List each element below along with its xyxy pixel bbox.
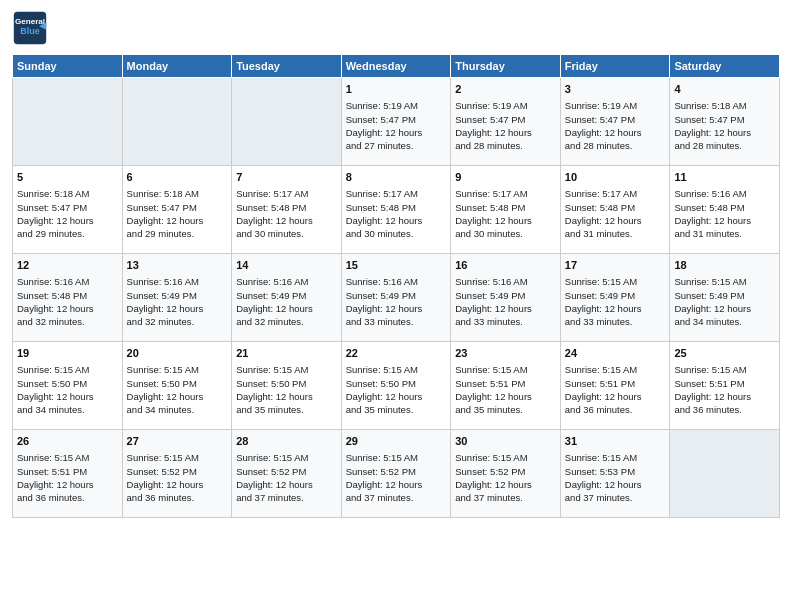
day-number: 12 <box>17 258 118 273</box>
calendar-cell: 19Sunrise: 5:15 AM Sunset: 5:50 PM Dayli… <box>13 342 123 430</box>
calendar-cell: 10Sunrise: 5:17 AM Sunset: 5:48 PM Dayli… <box>560 166 670 254</box>
day-info: Sunrise: 5:16 AM Sunset: 5:49 PM Dayligh… <box>236 275 337 328</box>
day-number: 8 <box>346 170 447 185</box>
cell-content: 22Sunrise: 5:15 AM Sunset: 5:50 PM Dayli… <box>346 346 447 417</box>
cell-content: 9Sunrise: 5:17 AM Sunset: 5:48 PM Daylig… <box>455 170 556 241</box>
calendar-cell: 20Sunrise: 5:15 AM Sunset: 5:50 PM Dayli… <box>122 342 232 430</box>
day-number: 29 <box>346 434 447 449</box>
weekday-header-tuesday: Tuesday <box>232 55 342 78</box>
calendar-cell: 27Sunrise: 5:15 AM Sunset: 5:52 PM Dayli… <box>122 430 232 518</box>
cell-content: 13Sunrise: 5:16 AM Sunset: 5:49 PM Dayli… <box>127 258 228 329</box>
day-info: Sunrise: 5:17 AM Sunset: 5:48 PM Dayligh… <box>455 187 556 240</box>
day-info: Sunrise: 5:15 AM Sunset: 5:51 PM Dayligh… <box>17 451 118 504</box>
calendar-cell: 17Sunrise: 5:15 AM Sunset: 5:49 PM Dayli… <box>560 254 670 342</box>
page-container: General Blue SundayMondayTuesdayWednesda… <box>0 0 792 528</box>
calendar-cell: 22Sunrise: 5:15 AM Sunset: 5:50 PM Dayli… <box>341 342 451 430</box>
logo: General Blue <box>12 10 52 46</box>
day-number: 25 <box>674 346 775 361</box>
calendar-cell: 9Sunrise: 5:17 AM Sunset: 5:48 PM Daylig… <box>451 166 561 254</box>
day-info: Sunrise: 5:15 AM Sunset: 5:52 PM Dayligh… <box>455 451 556 504</box>
cell-content: 15Sunrise: 5:16 AM Sunset: 5:49 PM Dayli… <box>346 258 447 329</box>
day-info: Sunrise: 5:16 AM Sunset: 5:49 PM Dayligh… <box>455 275 556 328</box>
day-info: Sunrise: 5:16 AM Sunset: 5:49 PM Dayligh… <box>127 275 228 328</box>
day-info: Sunrise: 5:15 AM Sunset: 5:52 PM Dayligh… <box>346 451 447 504</box>
day-info: Sunrise: 5:16 AM Sunset: 5:48 PM Dayligh… <box>17 275 118 328</box>
day-number: 14 <box>236 258 337 273</box>
svg-text:Blue: Blue <box>20 26 40 36</box>
calendar-cell: 2Sunrise: 5:19 AM Sunset: 5:47 PM Daylig… <box>451 78 561 166</box>
calendar-cell: 12Sunrise: 5:16 AM Sunset: 5:48 PM Dayli… <box>13 254 123 342</box>
day-number: 10 <box>565 170 666 185</box>
weekday-header-row: SundayMondayTuesdayWednesdayThursdayFrid… <box>13 55 780 78</box>
weekday-header-wednesday: Wednesday <box>341 55 451 78</box>
day-info: Sunrise: 5:16 AM Sunset: 5:49 PM Dayligh… <box>346 275 447 328</box>
calendar-cell: 4Sunrise: 5:18 AM Sunset: 5:47 PM Daylig… <box>670 78 780 166</box>
day-info: Sunrise: 5:15 AM Sunset: 5:51 PM Dayligh… <box>674 363 775 416</box>
calendar-table: SundayMondayTuesdayWednesdayThursdayFrid… <box>12 54 780 518</box>
day-number: 23 <box>455 346 556 361</box>
cell-content: 24Sunrise: 5:15 AM Sunset: 5:51 PM Dayli… <box>565 346 666 417</box>
weekday-header-friday: Friday <box>560 55 670 78</box>
cell-content: 28Sunrise: 5:15 AM Sunset: 5:52 PM Dayli… <box>236 434 337 505</box>
cell-content: 17Sunrise: 5:15 AM Sunset: 5:49 PM Dayli… <box>565 258 666 329</box>
calendar-cell <box>670 430 780 518</box>
calendar-cell: 24Sunrise: 5:15 AM Sunset: 5:51 PM Dayli… <box>560 342 670 430</box>
cell-content: 10Sunrise: 5:17 AM Sunset: 5:48 PM Dayli… <box>565 170 666 241</box>
calendar-cell: 25Sunrise: 5:15 AM Sunset: 5:51 PM Dayli… <box>670 342 780 430</box>
calendar-cell: 18Sunrise: 5:15 AM Sunset: 5:49 PM Dayli… <box>670 254 780 342</box>
day-number: 30 <box>455 434 556 449</box>
cell-content: 30Sunrise: 5:15 AM Sunset: 5:52 PM Dayli… <box>455 434 556 505</box>
day-number: 20 <box>127 346 228 361</box>
cell-content: 4Sunrise: 5:18 AM Sunset: 5:47 PM Daylig… <box>674 82 775 153</box>
day-info: Sunrise: 5:17 AM Sunset: 5:48 PM Dayligh… <box>346 187 447 240</box>
day-info: Sunrise: 5:17 AM Sunset: 5:48 PM Dayligh… <box>565 187 666 240</box>
weekday-header-sunday: Sunday <box>13 55 123 78</box>
day-number: 6 <box>127 170 228 185</box>
cell-content: 19Sunrise: 5:15 AM Sunset: 5:50 PM Dayli… <box>17 346 118 417</box>
cell-content: 29Sunrise: 5:15 AM Sunset: 5:52 PM Dayli… <box>346 434 447 505</box>
cell-content: 26Sunrise: 5:15 AM Sunset: 5:51 PM Dayli… <box>17 434 118 505</box>
header: General Blue <box>12 10 780 46</box>
calendar-cell: 15Sunrise: 5:16 AM Sunset: 5:49 PM Dayli… <box>341 254 451 342</box>
day-info: Sunrise: 5:16 AM Sunset: 5:48 PM Dayligh… <box>674 187 775 240</box>
calendar-cell: 5Sunrise: 5:18 AM Sunset: 5:47 PM Daylig… <box>13 166 123 254</box>
day-info: Sunrise: 5:19 AM Sunset: 5:47 PM Dayligh… <box>565 99 666 152</box>
calendar-cell: 6Sunrise: 5:18 AM Sunset: 5:47 PM Daylig… <box>122 166 232 254</box>
cell-content: 2Sunrise: 5:19 AM Sunset: 5:47 PM Daylig… <box>455 82 556 153</box>
day-info: Sunrise: 5:15 AM Sunset: 5:50 PM Dayligh… <box>236 363 337 416</box>
cell-content: 6Sunrise: 5:18 AM Sunset: 5:47 PM Daylig… <box>127 170 228 241</box>
day-number: 4 <box>674 82 775 97</box>
day-number: 22 <box>346 346 447 361</box>
svg-text:General: General <box>15 17 45 26</box>
cell-content: 27Sunrise: 5:15 AM Sunset: 5:52 PM Dayli… <box>127 434 228 505</box>
day-number: 16 <box>455 258 556 273</box>
calendar-cell: 21Sunrise: 5:15 AM Sunset: 5:50 PM Dayli… <box>232 342 342 430</box>
day-number: 13 <box>127 258 228 273</box>
calendar-week-3: 12Sunrise: 5:16 AM Sunset: 5:48 PM Dayli… <box>13 254 780 342</box>
cell-content: 21Sunrise: 5:15 AM Sunset: 5:50 PM Dayli… <box>236 346 337 417</box>
cell-content: 11Sunrise: 5:16 AM Sunset: 5:48 PM Dayli… <box>674 170 775 241</box>
day-info: Sunrise: 5:15 AM Sunset: 5:52 PM Dayligh… <box>127 451 228 504</box>
day-info: Sunrise: 5:19 AM Sunset: 5:47 PM Dayligh… <box>346 99 447 152</box>
cell-content: 1Sunrise: 5:19 AM Sunset: 5:47 PM Daylig… <box>346 82 447 153</box>
day-number: 17 <box>565 258 666 273</box>
day-number: 28 <box>236 434 337 449</box>
calendar-cell: 1Sunrise: 5:19 AM Sunset: 5:47 PM Daylig… <box>341 78 451 166</box>
cell-content: 20Sunrise: 5:15 AM Sunset: 5:50 PM Dayli… <box>127 346 228 417</box>
calendar-cell <box>13 78 123 166</box>
day-number: 19 <box>17 346 118 361</box>
cell-content: 18Sunrise: 5:15 AM Sunset: 5:49 PM Dayli… <box>674 258 775 329</box>
day-number: 1 <box>346 82 447 97</box>
calendar-cell: 28Sunrise: 5:15 AM Sunset: 5:52 PM Dayli… <box>232 430 342 518</box>
calendar-cell: 16Sunrise: 5:16 AM Sunset: 5:49 PM Dayli… <box>451 254 561 342</box>
calendar-cell: 3Sunrise: 5:19 AM Sunset: 5:47 PM Daylig… <box>560 78 670 166</box>
day-number: 3 <box>565 82 666 97</box>
day-info: Sunrise: 5:19 AM Sunset: 5:47 PM Dayligh… <box>455 99 556 152</box>
calendar-week-4: 19Sunrise: 5:15 AM Sunset: 5:50 PM Dayli… <box>13 342 780 430</box>
day-number: 18 <box>674 258 775 273</box>
day-info: Sunrise: 5:18 AM Sunset: 5:47 PM Dayligh… <box>674 99 775 152</box>
day-number: 7 <box>236 170 337 185</box>
calendar-cell: 31Sunrise: 5:15 AM Sunset: 5:53 PM Dayli… <box>560 430 670 518</box>
day-info: Sunrise: 5:18 AM Sunset: 5:47 PM Dayligh… <box>127 187 228 240</box>
calendar-cell <box>232 78 342 166</box>
